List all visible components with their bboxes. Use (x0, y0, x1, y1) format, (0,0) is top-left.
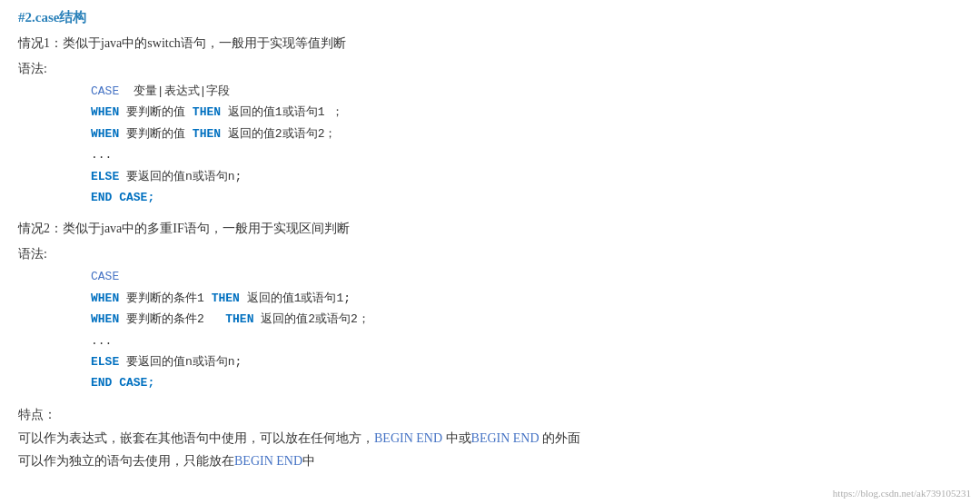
section2-code-block: CASE WHEN 要判断的条件1 THEN 返回的值1或语句1; WHEN 要… (91, 266, 962, 393)
code-line: WHEN 要判断的条件2 THEN 返回的值2或语句2； (91, 309, 962, 330)
code-text: 返回的值1或语句1; (240, 288, 351, 309)
code-text: 要判断的值 (119, 124, 193, 144)
code-line: END CASE; (91, 372, 962, 393)
watermark: https://blog.csdn.net/ak739105231 (833, 488, 971, 499)
kw-else2: ELSE (91, 351, 119, 372)
kw-else1: ELSE (91, 166, 119, 187)
kw-then3: THEN (212, 288, 240, 309)
code-line: ... (91, 331, 962, 351)
code-line: WHEN 要判断的值 THEN 返回的值2或语句2； (91, 124, 962, 144)
code-text: 返回的值1或语句1 ； (221, 102, 343, 123)
features-section: 特点： 可以作为表达式，嵌套在其他语句中使用，可以放在任何地方，BEGIN EN… (18, 407, 962, 472)
code-line: ELSE 要返回的值n或语句n; (91, 351, 962, 372)
section1-syntax-label: 语法: (18, 61, 962, 77)
code-text: 要返回的值n或语句n; (119, 351, 242, 372)
features-text1a: 可以作为表达式，嵌套在其他语句中使用，可以放在任何地方， (18, 431, 374, 445)
section2-desc: 情况2：类似于java中的多重IF语句，一般用于实现区间判断 (18, 221, 962, 237)
features-line1: 可以作为表达式，嵌套在其他语句中使用，可以放在任何地方，BEGIN END 中或… (18, 427, 962, 450)
features-kw-begin1: BEGIN END (374, 431, 442, 445)
code-text: 返回的值2或语句2； (221, 124, 336, 144)
kw-then1: THEN (193, 102, 221, 123)
code-text: 变量|表达式|字段 (119, 81, 230, 102)
features-text2b: 中 (302, 454, 315, 468)
kw-when2: WHEN (91, 124, 119, 144)
features-kw-begin2: BEGIN END (471, 431, 539, 445)
kw-then2: THEN (193, 124, 221, 144)
code-text: 要判断的条件1 (119, 288, 211, 309)
kw-when4: WHEN (91, 309, 119, 330)
kw-end2: END CASE; (91, 372, 154, 393)
features-line2: 可以作为独立的语句去使用，只能放在BEGIN END中 (18, 450, 962, 472)
code-line: WHEN 要判断的值 THEN 返回的值1或语句1 ； (91, 102, 962, 123)
features-text2a: 可以作为独立的语句去使用，只能放在 (18, 454, 234, 468)
kw-case2: CASE (91, 266, 119, 287)
code-line: WHEN 要判断的条件1 THEN 返回的值1或语句1; (91, 288, 962, 309)
section1-code-block: CASE 变量|表达式|字段 WHEN 要判断的值 THEN 返回的值1或语句1… (91, 81, 962, 208)
page-title: #2.case结构 (18, 9, 962, 26)
code-text: 要返回的值n或语句n; (119, 166, 242, 187)
kw-when3: WHEN (91, 288, 119, 309)
kw-case1: CASE (91, 81, 119, 102)
features-kw-begin3: BEGIN END (234, 454, 302, 468)
code-text: 要判断的条件2 (119, 309, 225, 330)
code-line: CASE 变量|表达式|字段 (91, 81, 962, 102)
code-text: 返回的值2或语句2； (253, 309, 369, 330)
code-ellipsis2: ... (91, 331, 112, 351)
section2-syntax-label: 语法: (18, 246, 962, 262)
code-line: CASE (91, 266, 962, 287)
code-line: ELSE 要返回的值n或语句n; (91, 166, 962, 187)
code-ellipsis: ... (91, 144, 112, 165)
kw-when1: WHEN (91, 102, 119, 123)
section1-desc: 情况1：类似于java中的switch语句，一般用于实现等值判断 (18, 35, 962, 52)
kw-then4: THEN (225, 309, 253, 330)
code-line: END CASE; (91, 187, 962, 208)
features-title: 特点： (18, 407, 962, 423)
code-text: 要判断的值 (119, 102, 193, 123)
kw-end1: END CASE; (91, 187, 154, 208)
features-text1c: 的外面 (539, 431, 581, 445)
features-text1b: 中或 (442, 431, 471, 445)
code-line: ... (91, 144, 962, 165)
